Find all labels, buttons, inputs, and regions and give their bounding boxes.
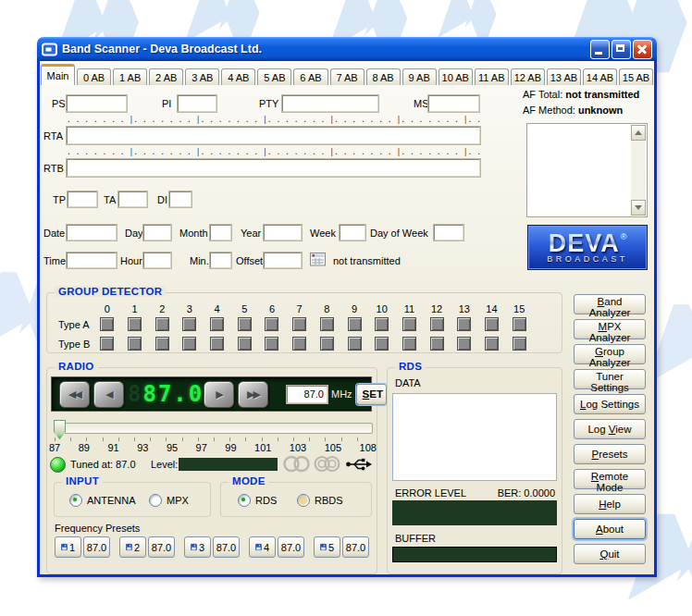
tp-input[interactable]: [68, 191, 97, 207]
group-column-number: 4: [215, 303, 220, 314]
offset-input[interactable]: [264, 253, 302, 268]
af-scrollbar[interactable]: [631, 125, 646, 216]
group-led: [430, 337, 444, 351]
preset-save-button[interactable]: 3: [184, 536, 211, 558]
scale-number: 103: [290, 442, 306, 453]
app-icon: [42, 43, 57, 56]
seek-up-button[interactable]: ▶▶: [238, 381, 268, 408]
usb-icon: [345, 457, 373, 472]
year-label: Year: [241, 228, 261, 239]
preset-save-button[interactable]: 4: [249, 536, 276, 558]
floppy-disk-icon: [191, 541, 197, 553]
scroll-up-button[interactable]: [631, 125, 646, 141]
rds-data-label: DATA: [395, 377, 421, 388]
rds-radio[interactable]: RDS: [238, 494, 277, 507]
tab[interactable]: Main: [41, 64, 75, 85]
tuned-led: [50, 457, 66, 473]
side-panel-button[interactable]: Band Analyzer: [574, 294, 646, 314]
group-led: [182, 317, 196, 331]
tuning-slider-track[interactable]: [55, 423, 373, 434]
di-label: DI: [157, 194, 167, 205]
af-method-line: AF Method: unknown: [523, 105, 623, 116]
rbds-radio[interactable]: RBDS: [297, 494, 343, 507]
minimize-button[interactable]: [590, 40, 610, 59]
side-panel-button[interactable]: Presets: [574, 444, 646, 464]
step-up-button[interactable]: ▶: [204, 381, 234, 408]
antenna-radio[interactable]: ANTENNA: [69, 494, 136, 507]
hour-label: Hour: [120, 255, 142, 266]
ms-input[interactable]: [428, 95, 479, 112]
logo-title: DEVA: [549, 229, 620, 257]
time-input[interactable]: [67, 253, 117, 268]
set-button[interactable]: SET: [356, 384, 387, 405]
mode-caption: MODE: [229, 475, 269, 487]
group-led: [155, 337, 169, 351]
group-column-number: 14: [486, 303, 497, 314]
side-panel-button[interactable]: About: [574, 519, 646, 539]
side-panel-button[interactable]: Log Settings: [574, 394, 646, 414]
titlebar[interactable]: Band Scanner - Deva Broadcast Ltd.: [37, 37, 657, 61]
mpx-radio[interactable]: MPX: [149, 494, 189, 507]
side-panel-button[interactable]: Remote Mode: [574, 469, 646, 489]
date-label: Date: [43, 228, 65, 239]
preset-save-button[interactable]: 1: [55, 536, 81, 558]
radio-dot-icon: [297, 494, 310, 507]
group-led: [430, 317, 444, 331]
step-down-button[interactable]: ◀: [93, 381, 124, 408]
day-input[interactable]: [143, 225, 171, 240]
error-level-bar: [392, 500, 557, 525]
seek-down-button[interactable]: ◀◀: [59, 381, 90, 408]
side-panel-button[interactable]: Log View: [574, 419, 646, 439]
mhz-unit: MHz: [331, 388, 352, 400]
tuning-slider-thumb[interactable]: [54, 420, 66, 439]
side-panel-button[interactable]: Quit: [574, 544, 646, 564]
year-input[interactable]: [264, 225, 302, 240]
preset-recall-button[interactable]: 87.0: [342, 536, 369, 558]
day-of-week-input[interactable]: [434, 225, 463, 240]
preset-save-button[interactable]: 2: [119, 536, 146, 558]
ps-input[interactable]: [67, 95, 127, 112]
maximize-button[interactable]: [612, 40, 631, 59]
hour-input[interactable]: [143, 253, 171, 268]
scale-number: 87: [49, 442, 60, 453]
di-input[interactable]: [169, 191, 192, 207]
side-panel-button[interactable]: MPX Analyzer: [574, 319, 646, 339]
preset-recall-button[interactable]: 87.0: [83, 536, 110, 558]
preset-recall-button[interactable]: 87.0: [213, 536, 240, 558]
month-input[interactable]: [210, 225, 231, 240]
min-input[interactable]: [210, 253, 231, 268]
rds-data-area[interactable]: [392, 393, 557, 481]
rta-input[interactable]: [67, 127, 480, 144]
group-column-number: 13: [459, 303, 470, 314]
preset-group: 587.0: [314, 536, 369, 558]
ta-input[interactable]: [118, 191, 147, 207]
af-listbox[interactable]: [526, 123, 648, 217]
close-button[interactable]: [633, 40, 652, 59]
preset-recall-button[interactable]: 87.0: [148, 536, 175, 558]
preset-save-button[interactable]: 5: [314, 536, 340, 558]
group-column-number: 5: [241, 303, 247, 314]
radio-dot-icon: [238, 494, 251, 507]
side-panel-button[interactable]: Tuner Settings: [574, 369, 646, 389]
pty-input[interactable]: [282, 95, 378, 112]
pi-input[interactable]: [178, 95, 216, 112]
side-panel-button[interactable]: Group Analyzer: [574, 344, 646, 364]
group-column-number: 9: [352, 303, 357, 314]
group-led: [210, 317, 224, 331]
pty-label: PTY: [259, 98, 278, 109]
scroll-down-button[interactable]: [631, 200, 646, 216]
arrow-up-icon: [635, 130, 642, 135]
preset-recall-button[interactable]: 87.0: [278, 536, 304, 558]
deva-watermark-icon: [435, 0, 500, 39]
frequency-input[interactable]: [287, 386, 327, 403]
date-input[interactable]: [67, 225, 117, 240]
preset-group: 187.0: [55, 536, 110, 558]
type-b-led-row: [93, 337, 533, 351]
side-panel-button[interactable]: Help: [574, 494, 646, 514]
calendar-icon[interactable]: [310, 252, 327, 266]
af-method-value: unknown: [578, 105, 623, 116]
tuned-text: Tuned at: 87.0: [70, 459, 136, 470]
week-input[interactable]: [340, 225, 365, 240]
group-led: [402, 337, 416, 351]
rtb-input[interactable]: [67, 159, 480, 177]
